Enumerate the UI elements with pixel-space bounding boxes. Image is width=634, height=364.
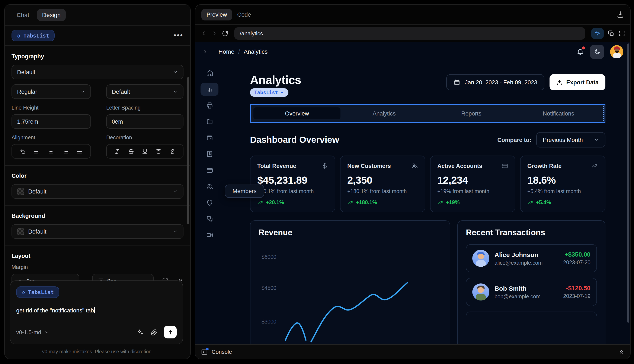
transaction-date: 2023-07-20 <box>563 260 590 266</box>
tab-analytics[interactable]: Analytics <box>341 108 428 119</box>
theme-toggle-button[interactable] <box>590 44 604 58</box>
font-select[interactable]: Default <box>12 65 183 79</box>
chevron-down-icon <box>80 89 85 94</box>
fullscreen-icon[interactable] <box>619 30 625 36</box>
no-decoration-icon[interactable] <box>169 148 176 154</box>
tab-code[interactable]: Code <box>232 9 256 20</box>
background-select[interactable]: Default <box>12 224 183 239</box>
disclaimer-text: v0 may make mistakes. Please use with di… <box>5 344 190 359</box>
breadcrumb-home[interactable]: Home <box>218 48 234 55</box>
align-right-icon[interactable] <box>62 148 69 154</box>
background-heading: Background <box>12 213 183 219</box>
sidebar-invoices-icon[interactable] <box>200 99 218 112</box>
align-center-icon[interactable] <box>48 148 54 154</box>
calendar-icon <box>453 79 460 86</box>
italic-icon[interactable] <box>114 148 121 154</box>
color-swatch <box>17 188 24 195</box>
color-heading: Color <box>12 172 183 179</box>
prompt-composer[interactable]: ◇ TabsList get rid of the "notifications… <box>10 280 183 344</box>
underline-icon[interactable] <box>142 148 148 154</box>
trending-up-icon <box>591 162 598 169</box>
refresh-icon[interactable] <box>222 30 228 36</box>
sidebar-video-icon[interactable] <box>200 228 218 242</box>
attach-file-icon[interactable] <box>150 328 157 336</box>
transaction-row[interactable]: Bob Smith bob@example.com -$120.50 2023-… <box>466 278 597 306</box>
alignment-label: Alignment <box>12 135 91 141</box>
typography-heading: Typography <box>12 53 183 60</box>
date-range-button[interactable]: Jan 20, 2023 - Feb 09, 2023 <box>446 74 544 90</box>
overline-icon[interactable] <box>156 148 162 154</box>
notifications-bell-icon[interactable] <box>576 48 584 56</box>
viewport-scrollbar[interactable] <box>627 44 629 323</box>
prompt-input[interactable]: get rid of the "notifications" tab <box>16 307 177 314</box>
sidebar-toggle-icon[interactable] <box>202 48 208 54</box>
compare-label: Compare to: <box>497 136 531 143</box>
tab-chat[interactable]: Chat <box>12 9 34 21</box>
tab-overview[interactable]: Overview <box>253 108 341 119</box>
font-weight-select[interactable]: Regular <box>12 84 91 99</box>
sidebar-security-icon[interactable] <box>200 196 218 209</box>
console-bar[interactable]: Console <box>195 344 630 359</box>
composer-component-chip[interactable]: ◇ TabsList <box>16 286 59 298</box>
tabs-list: Overview Analytics Reports Notifications <box>252 106 604 121</box>
stat-card-active-accounts: Active Accounts 12,234 +19% from last mo… <box>430 156 515 212</box>
back-icon[interactable] <box>200 30 207 36</box>
sidebar-messages-icon[interactable] <box>200 212 218 226</box>
transaction-row[interactable]: Alice Johnson alice@example.com +$350.00… <box>466 244 597 272</box>
component-label-chip[interactable]: TabsList <box>250 88 289 97</box>
tab-reports[interactable]: Reports <box>428 108 515 119</box>
color-select[interactable]: Default <box>12 184 183 198</box>
enhance-prompt-icon[interactable] <box>137 328 144 336</box>
sidebar-receipts-icon[interactable] <box>200 148 218 161</box>
sidebar-wallet-icon[interactable] <box>200 131 218 144</box>
user-avatar[interactable] <box>610 45 623 58</box>
line-height-label: Line Height <box>12 105 91 111</box>
preview-panel: Preview Code /analytics Home / Analytics <box>195 4 630 359</box>
align-left-icon[interactable] <box>34 148 40 154</box>
copy-icon[interactable] <box>608 30 614 36</box>
sidebar-members-icon[interactable] <box>200 180 218 193</box>
strikethrough-icon[interactable] <box>128 148 134 154</box>
forward-icon[interactable] <box>211 30 218 36</box>
line-height-input[interactable]: 1.75rem <box>12 114 91 129</box>
download-icon <box>556 79 563 86</box>
diamond-icon: ◇ <box>22 289 25 296</box>
divider <box>5 166 190 166</box>
chevrons-up-icon[interactable] <box>618 349 624 355</box>
app-viewport: Home / Analytics <box>195 42 630 359</box>
undo-icon[interactable] <box>20 148 26 154</box>
more-options-button[interactable]: ••• <box>174 32 183 39</box>
design-panel: Chat Design ◇ TabsList ••• Typography De… <box>4 4 191 359</box>
avatar <box>472 250 489 267</box>
tab-design[interactable]: Design <box>37 9 66 21</box>
dollar-sign-icon <box>321 162 328 169</box>
compare-select[interactable]: Previous Month <box>536 132 605 148</box>
transaction-row-partial <box>466 312 597 316</box>
letter-spacing-input[interactable]: 0em <box>106 114 183 129</box>
align-justify-icon[interactable] <box>76 148 83 154</box>
download-icon[interactable] <box>616 11 624 18</box>
sidebar-tooltip: Members <box>225 184 264 198</box>
selected-component-chip[interactable]: ◇ TabsList <box>12 30 55 41</box>
model-select[interactable]: v0-1.5-md <box>16 329 49 335</box>
export-data-button[interactable]: Export Data <box>549 74 605 90</box>
inspect-mode-button[interactable] <box>591 28 604 38</box>
transactions-title: Recent Transactions <box>466 228 597 238</box>
text-caret <box>94 307 95 313</box>
tab-preview[interactable]: Preview <box>201 9 232 20</box>
sidebar-files-icon[interactable] <box>200 115 218 128</box>
chevron-down-icon <box>173 70 178 74</box>
divider <box>5 206 190 206</box>
url-input[interactable]: /analytics <box>234 27 585 40</box>
sidebar-cards-icon[interactable] <box>200 164 218 177</box>
sidebar-home-icon[interactable] <box>200 66 218 80</box>
decoration-toggle-group <box>106 144 183 158</box>
send-button[interactable] <box>164 326 177 338</box>
font-size-select[interactable]: Default <box>106 84 183 99</box>
panel-scrollbar[interactable] <box>187 77 189 224</box>
terminal-icon <box>201 348 208 355</box>
tab-notifications[interactable]: Notifications <box>515 108 602 119</box>
users-icon <box>411 162 418 169</box>
sidebar-analytics-icon[interactable] <box>200 83 218 96</box>
v0-workspace: Chat Design ◇ TabsList ••• Typography De… <box>0 0 634 364</box>
